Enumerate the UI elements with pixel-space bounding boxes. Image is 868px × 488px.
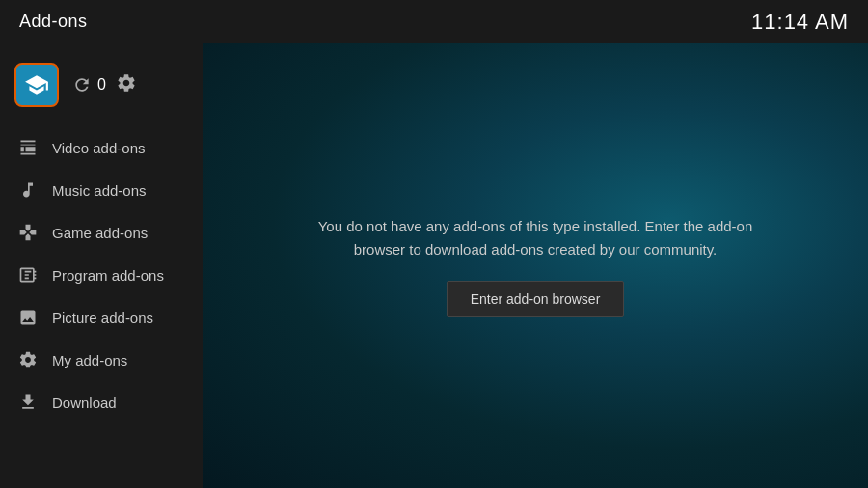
empty-state: You do not have any add-ons of this type… <box>294 215 776 317</box>
addon-icon <box>24 72 49 97</box>
sidebar-item-music-addons[interactable]: Music add-ons <box>0 169 203 211</box>
update-count: 0 <box>97 76 106 94</box>
sidebar-item-download[interactable]: Download <box>0 381 203 423</box>
sidebar-item-video-addons-label: Video add-ons <box>52 140 145 156</box>
enter-addon-browser-button[interactable]: Enter add-on browser <box>447 281 625 317</box>
settings-icon[interactable] <box>116 72 137 98</box>
sidebar-header: 0 <box>0 53 203 122</box>
page-title: Add-ons <box>19 12 88 32</box>
sidebar-item-my-addons-label: My add-ons <box>52 352 127 368</box>
music-icon <box>17 179 39 201</box>
program-icon <box>17 264 39 285</box>
app-header: Add-ons 11:14 AM <box>0 0 868 43</box>
sidebar-item-picture-addons[interactable]: Picture add-ons <box>0 296 203 339</box>
main-content: You do not have any add-ons of this type… <box>203 43 868 488</box>
sidebar-item-program-addons-label: Program add-ons <box>52 267 164 284</box>
sidebar-item-my-addons[interactable]: My add-ons <box>0 339 203 381</box>
sidebar: 0 Video add-ons <box>0 43 203 488</box>
sidebar-item-music-addons-label: Music add-ons <box>52 182 147 199</box>
sidebar-item-program-addons[interactable]: Program add-ons <box>0 254 203 296</box>
sidebar-item-picture-addons-label: Picture add-ons <box>52 310 153 326</box>
sidebar-item-video-addons[interactable]: Video add-ons <box>0 126 203 169</box>
update-section: 0 <box>72 72 137 98</box>
sidebar-item-game-addons[interactable]: Game add-ons <box>0 211 203 254</box>
sidebar-item-game-addons-label: Game add-ons <box>52 225 148 241</box>
video-icon <box>17 137 39 158</box>
empty-state-message: You do not have any add-ons of this type… <box>294 215 776 261</box>
refresh-icon <box>72 75 92 95</box>
clock-display: 11:14 AM <box>751 10 849 35</box>
download-icon <box>17 392 39 413</box>
sidebar-item-download-label: Download <box>52 394 117 411</box>
game-icon <box>17 222 39 243</box>
svg-rect-0 <box>21 145 36 146</box>
picture-icon <box>17 307 39 328</box>
myaddon-icon <box>17 349 39 370</box>
addon-browser-icon-button[interactable] <box>14 63 59 107</box>
main-layout: 0 Video add-ons <box>0 43 868 488</box>
sidebar-nav: Video add-ons Music add-ons Game a <box>0 122 203 428</box>
